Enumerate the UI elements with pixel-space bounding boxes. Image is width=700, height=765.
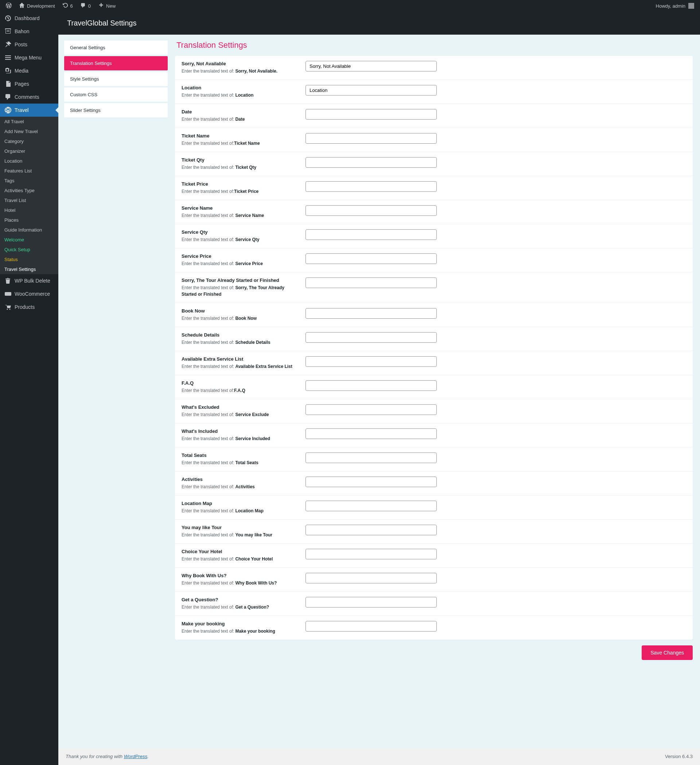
field-title: Sorry, Not Available: [182, 61, 300, 66]
submenu-item-add-new-travel[interactable]: Add New Travel: [0, 126, 58, 136]
field-description: Enter the translated text of: Service Na…: [182, 212, 300, 219]
sidebar-item-wp-bulk-delete[interactable]: WP Bulk Delete: [0, 274, 58, 287]
field-label: Location MapEnter the translated text of…: [182, 501, 305, 514]
submenu-item-quick-setup[interactable]: Quick Setup: [0, 245, 58, 255]
sidebar-item-posts[interactable]: Posts: [0, 38, 58, 51]
avatar: [688, 3, 694, 9]
field-title: Choice Your Hotel: [182, 549, 300, 554]
translation-input[interactable]: [305, 573, 437, 583]
footer: Thank you for creating with WordPress. V…: [58, 748, 700, 765]
field-description: Enter the translated text of:Ticket Pric…: [182, 188, 300, 195]
tab-slider-settings[interactable]: Slider Settings: [64, 103, 168, 117]
sidebar-item-label: Products: [14, 304, 35, 310]
field-row: What's ExcludedEnter the translated text…: [175, 399, 693, 423]
field-title: What's Excluded: [182, 405, 300, 410]
tab-general-settings[interactable]: General Settings: [64, 41, 168, 55]
store-icon: [5, 28, 12, 35]
svg-rect-0: [5, 292, 11, 296]
translation-input[interactable]: [305, 621, 437, 631]
comments-link[interactable]: 0: [77, 0, 94, 12]
translation-input[interactable]: [305, 501, 437, 511]
sidebar-item-dashboard[interactable]: Dashboard: [0, 12, 58, 25]
translation-input[interactable]: [305, 356, 437, 367]
dashboard-icon: [5, 14, 12, 22]
sidebar-item-label: WooCommerce: [14, 291, 50, 297]
wp-logo[interactable]: [3, 0, 14, 12]
footer-thanks: Thank you for creating with WordPress.: [66, 754, 149, 759]
field-label: What's IncludedEnter the translated text…: [182, 428, 305, 442]
sidebar-item-pages[interactable]: Pages: [0, 77, 58, 90]
sidebar-item-comments[interactable]: Comments: [0, 90, 58, 104]
field-description: Enter the translated text of: Make your …: [182, 628, 300, 634]
translation-input[interactable]: [305, 157, 437, 168]
sidebar-item-woocommerce[interactable]: WooCommerce: [0, 287, 58, 301]
comment-icon: [80, 3, 86, 9]
tab-custom-css[interactable]: Custom CSS: [64, 88, 168, 102]
save-button[interactable]: Save Changes: [642, 645, 693, 660]
tab-style-settings[interactable]: Style Settings: [64, 72, 168, 86]
sidebar-item-bahon[interactable]: Bahon: [0, 25, 58, 38]
submenu-item-places[interactable]: Places: [0, 215, 58, 225]
field-title: Total Seats: [182, 452, 300, 458]
tab-translation-settings[interactable]: Translation Settings: [64, 56, 168, 70]
sidebar-item-label: Media: [14, 68, 28, 74]
sidebar-item-travel[interactable]: Travel: [0, 104, 58, 116]
translation-input[interactable]: [305, 205, 437, 216]
field-label: Sorry, The Tour Already Started or Finis…: [182, 277, 305, 298]
submenu-item-organizer[interactable]: Organizer: [0, 146, 58, 156]
translation-input[interactable]: [305, 229, 437, 240]
translation-input[interactable]: [305, 133, 437, 144]
field-description: Enter the translated text of: Date: [182, 116, 300, 123]
submenu-item-category[interactable]: Category: [0, 136, 58, 146]
products-icon: [5, 303, 12, 311]
translation-input[interactable]: [305, 597, 437, 608]
field-description: Enter the translated text of: Schedule D…: [182, 339, 300, 346]
wordpress-link[interactable]: WordPress: [124, 754, 147, 759]
submenu-item-travel-settings[interactable]: Travel Settings: [0, 264, 58, 274]
field-label: Service NameEnter the translated text of…: [182, 205, 305, 219]
translation-input[interactable]: [305, 549, 437, 559]
field-title: Ticket Name: [182, 133, 300, 139]
translation-input[interactable]: [305, 477, 437, 487]
field-label: Ticket QtyEnter the translated text of: …: [182, 157, 305, 171]
sidebar-item-mega-menu[interactable]: Mega Menu: [0, 51, 58, 64]
translation-input[interactable]: [305, 85, 437, 96]
sidebar-item-media[interactable]: Media: [0, 64, 58, 77]
new-label: New: [106, 3, 116, 9]
translation-input[interactable]: [305, 181, 437, 192]
submenu-item-all-travel[interactable]: All Travel: [0, 116, 58, 126]
field-row: LocationEnter the translated text of: Lo…: [175, 80, 693, 104]
submenu-item-welcome[interactable]: Welcome: [0, 235, 58, 245]
field-row: F.A.QEnter the translated text of:F.A.Q: [175, 375, 693, 399]
submenu-item-travel-list[interactable]: Travel List: [0, 195, 58, 205]
translation-input[interactable]: [305, 332, 437, 343]
new-link[interactable]: New: [95, 0, 118, 12]
translation-input[interactable]: [305, 428, 437, 439]
field-description: Enter the translated text of: Sorry, The…: [182, 285, 300, 298]
updates-link[interactable]: 6: [60, 0, 76, 12]
translation-input[interactable]: [305, 109, 437, 120]
submenu-item-guide-information[interactable]: Guide Information: [0, 225, 58, 235]
site-name-link[interactable]: Development: [16, 0, 58, 12]
field-row: Ticket PriceEnter the translated text of…: [175, 176, 693, 200]
translation-input[interactable]: [305, 61, 437, 71]
field-label: Choice Your HotelEnter the translated te…: [182, 549, 305, 562]
translation-input[interactable]: [305, 277, 437, 288]
admin-bar-right[interactable]: Howdy, admin: [656, 3, 697, 9]
submenu-item-tags[interactable]: Tags: [0, 176, 58, 186]
translation-input[interactable]: [305, 253, 437, 264]
submenu-item-location[interactable]: Location: [0, 156, 58, 166]
translation-input[interactable]: [305, 525, 437, 535]
translation-input[interactable]: [305, 452, 437, 463]
translation-input[interactable]: [305, 308, 437, 319]
field-row: Book NowEnter the translated text of: Bo…: [175, 303, 693, 327]
submenu-item-activities-type[interactable]: Activities Type: [0, 186, 58, 195]
submenu-item-status[interactable]: Status: [0, 255, 58, 264]
submenu-item-hotel[interactable]: Hotel: [0, 205, 58, 215]
sidebar-item-products[interactable]: Products: [0, 301, 58, 313]
translation-input[interactable]: [305, 405, 437, 415]
translation-input[interactable]: [305, 380, 437, 391]
submenu-item-features-list[interactable]: Features List: [0, 166, 58, 176]
field-description: Enter the translated text of:Ticket Name: [182, 140, 300, 146]
field-description: Enter the translated text of:F.A.Q: [182, 387, 300, 394]
